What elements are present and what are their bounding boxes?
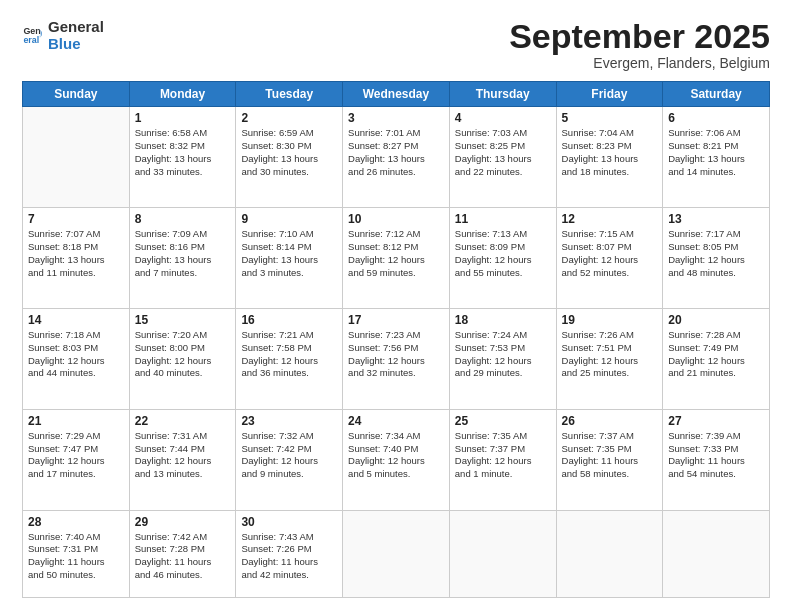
day-info: Sunrise: 7:29 AM Sunset: 7:47 PM Dayligh… bbox=[28, 430, 124, 481]
day-number: 16 bbox=[241, 313, 337, 327]
day-number: 9 bbox=[241, 212, 337, 226]
svg-text:eral: eral bbox=[23, 35, 39, 45]
calendar-cell: 21Sunrise: 7:29 AM Sunset: 7:47 PM Dayli… bbox=[23, 409, 130, 510]
day-info: Sunrise: 7:42 AM Sunset: 7:28 PM Dayligh… bbox=[135, 531, 231, 582]
day-info: Sunrise: 7:18 AM Sunset: 8:03 PM Dayligh… bbox=[28, 329, 124, 380]
day-number: 1 bbox=[135, 111, 231, 125]
day-info: Sunrise: 7:34 AM Sunset: 7:40 PM Dayligh… bbox=[348, 430, 444, 481]
calendar-cell: 9Sunrise: 7:10 AM Sunset: 8:14 PM Daylig… bbox=[236, 208, 343, 309]
logo-icon: Gen eral bbox=[22, 24, 44, 46]
calendar-cell: 10Sunrise: 7:12 AM Sunset: 8:12 PM Dayli… bbox=[343, 208, 450, 309]
calendar-cell: 24Sunrise: 7:34 AM Sunset: 7:40 PM Dayli… bbox=[343, 409, 450, 510]
day-info: Sunrise: 7:26 AM Sunset: 7:51 PM Dayligh… bbox=[562, 329, 658, 380]
day-info: Sunrise: 7:20 AM Sunset: 8:00 PM Dayligh… bbox=[135, 329, 231, 380]
calendar-cell: 7Sunrise: 7:07 AM Sunset: 8:18 PM Daylig… bbox=[23, 208, 130, 309]
calendar-cell: 23Sunrise: 7:32 AM Sunset: 7:42 PM Dayli… bbox=[236, 409, 343, 510]
day-number: 2 bbox=[241, 111, 337, 125]
day-info: Sunrise: 7:43 AM Sunset: 7:26 PM Dayligh… bbox=[241, 531, 337, 582]
day-number: 29 bbox=[135, 515, 231, 529]
logo: Gen eral General Blue bbox=[22, 18, 104, 53]
day-info: Sunrise: 7:28 AM Sunset: 7:49 PM Dayligh… bbox=[668, 329, 764, 380]
logo-line2: Blue bbox=[48, 35, 104, 52]
day-info: Sunrise: 7:03 AM Sunset: 8:25 PM Dayligh… bbox=[455, 127, 551, 178]
day-info: Sunrise: 6:59 AM Sunset: 8:30 PM Dayligh… bbox=[241, 127, 337, 178]
calendar-header-row: SundayMondayTuesdayWednesdayThursdayFrid… bbox=[23, 82, 770, 107]
day-info: Sunrise: 7:32 AM Sunset: 7:42 PM Dayligh… bbox=[241, 430, 337, 481]
calendar-cell: 27Sunrise: 7:39 AM Sunset: 7:33 PM Dayli… bbox=[663, 409, 770, 510]
day-number: 27 bbox=[668, 414, 764, 428]
day-info: Sunrise: 7:07 AM Sunset: 8:18 PM Dayligh… bbox=[28, 228, 124, 279]
calendar-week-4: 21Sunrise: 7:29 AM Sunset: 7:47 PM Dayli… bbox=[23, 409, 770, 510]
day-number: 17 bbox=[348, 313, 444, 327]
calendar-week-5: 28Sunrise: 7:40 AM Sunset: 7:31 PM Dayli… bbox=[23, 510, 770, 597]
day-number: 25 bbox=[455, 414, 551, 428]
day-info: Sunrise: 7:12 AM Sunset: 8:12 PM Dayligh… bbox=[348, 228, 444, 279]
day-header-monday: Monday bbox=[129, 82, 236, 107]
calendar-cell: 11Sunrise: 7:13 AM Sunset: 8:09 PM Dayli… bbox=[449, 208, 556, 309]
day-header-thursday: Thursday bbox=[449, 82, 556, 107]
calendar-cell: 6Sunrise: 7:06 AM Sunset: 8:21 PM Daylig… bbox=[663, 107, 770, 208]
calendar-cell: 4Sunrise: 7:03 AM Sunset: 8:25 PM Daylig… bbox=[449, 107, 556, 208]
day-header-saturday: Saturday bbox=[663, 82, 770, 107]
day-number: 20 bbox=[668, 313, 764, 327]
day-info: Sunrise: 7:09 AM Sunset: 8:16 PM Dayligh… bbox=[135, 228, 231, 279]
day-info: Sunrise: 7:17 AM Sunset: 8:05 PM Dayligh… bbox=[668, 228, 764, 279]
calendar-cell: 3Sunrise: 7:01 AM Sunset: 8:27 PM Daylig… bbox=[343, 107, 450, 208]
day-info: Sunrise: 7:13 AM Sunset: 8:09 PM Dayligh… bbox=[455, 228, 551, 279]
day-info: Sunrise: 6:58 AM Sunset: 8:32 PM Dayligh… bbox=[135, 127, 231, 178]
calendar-cell: 5Sunrise: 7:04 AM Sunset: 8:23 PM Daylig… bbox=[556, 107, 663, 208]
calendar-cell: 28Sunrise: 7:40 AM Sunset: 7:31 PM Dayli… bbox=[23, 510, 130, 597]
calendar-cell bbox=[663, 510, 770, 597]
header: Gen eral General Blue September 2025 Eve… bbox=[22, 18, 770, 71]
calendar-cell bbox=[23, 107, 130, 208]
day-number: 26 bbox=[562, 414, 658, 428]
calendar-cell: 2Sunrise: 6:59 AM Sunset: 8:30 PM Daylig… bbox=[236, 107, 343, 208]
day-number: 19 bbox=[562, 313, 658, 327]
day-header-friday: Friday bbox=[556, 82, 663, 107]
day-number: 3 bbox=[348, 111, 444, 125]
day-info: Sunrise: 7:23 AM Sunset: 7:56 PM Dayligh… bbox=[348, 329, 444, 380]
day-info: Sunrise: 7:21 AM Sunset: 7:58 PM Dayligh… bbox=[241, 329, 337, 380]
calendar-cell: 12Sunrise: 7:15 AM Sunset: 8:07 PM Dayli… bbox=[556, 208, 663, 309]
calendar-cell: 1Sunrise: 6:58 AM Sunset: 8:32 PM Daylig… bbox=[129, 107, 236, 208]
calendar-cell: 13Sunrise: 7:17 AM Sunset: 8:05 PM Dayli… bbox=[663, 208, 770, 309]
logo-line1: General bbox=[48, 18, 104, 35]
calendar-cell bbox=[449, 510, 556, 597]
day-header-wednesday: Wednesday bbox=[343, 82, 450, 107]
calendar-cell: 26Sunrise: 7:37 AM Sunset: 7:35 PM Dayli… bbox=[556, 409, 663, 510]
calendar-table: SundayMondayTuesdayWednesdayThursdayFrid… bbox=[22, 81, 770, 598]
day-number: 28 bbox=[28, 515, 124, 529]
day-info: Sunrise: 7:35 AM Sunset: 7:37 PM Dayligh… bbox=[455, 430, 551, 481]
day-number: 13 bbox=[668, 212, 764, 226]
day-info: Sunrise: 7:01 AM Sunset: 8:27 PM Dayligh… bbox=[348, 127, 444, 178]
day-number: 18 bbox=[455, 313, 551, 327]
day-info: Sunrise: 7:06 AM Sunset: 8:21 PM Dayligh… bbox=[668, 127, 764, 178]
day-number: 12 bbox=[562, 212, 658, 226]
day-info: Sunrise: 7:15 AM Sunset: 8:07 PM Dayligh… bbox=[562, 228, 658, 279]
calendar-cell: 18Sunrise: 7:24 AM Sunset: 7:53 PM Dayli… bbox=[449, 309, 556, 410]
day-number: 22 bbox=[135, 414, 231, 428]
day-number: 10 bbox=[348, 212, 444, 226]
calendar-cell: 16Sunrise: 7:21 AM Sunset: 7:58 PM Dayli… bbox=[236, 309, 343, 410]
day-info: Sunrise: 7:10 AM Sunset: 8:14 PM Dayligh… bbox=[241, 228, 337, 279]
day-number: 15 bbox=[135, 313, 231, 327]
calendar-cell: 14Sunrise: 7:18 AM Sunset: 8:03 PM Dayli… bbox=[23, 309, 130, 410]
day-number: 30 bbox=[241, 515, 337, 529]
calendar-cell: 25Sunrise: 7:35 AM Sunset: 7:37 PM Dayli… bbox=[449, 409, 556, 510]
calendar-cell: 19Sunrise: 7:26 AM Sunset: 7:51 PM Dayli… bbox=[556, 309, 663, 410]
day-number: 7 bbox=[28, 212, 124, 226]
calendar-cell: 22Sunrise: 7:31 AM Sunset: 7:44 PM Dayli… bbox=[129, 409, 236, 510]
calendar-cell: 15Sunrise: 7:20 AM Sunset: 8:00 PM Dayli… bbox=[129, 309, 236, 410]
day-info: Sunrise: 7:24 AM Sunset: 7:53 PM Dayligh… bbox=[455, 329, 551, 380]
calendar-cell: 17Sunrise: 7:23 AM Sunset: 7:56 PM Dayli… bbox=[343, 309, 450, 410]
day-info: Sunrise: 7:40 AM Sunset: 7:31 PM Dayligh… bbox=[28, 531, 124, 582]
calendar-week-2: 7Sunrise: 7:07 AM Sunset: 8:18 PM Daylig… bbox=[23, 208, 770, 309]
calendar-cell: 29Sunrise: 7:42 AM Sunset: 7:28 PM Dayli… bbox=[129, 510, 236, 597]
day-number: 5 bbox=[562, 111, 658, 125]
day-number: 21 bbox=[28, 414, 124, 428]
calendar-cell: 20Sunrise: 7:28 AM Sunset: 7:49 PM Dayli… bbox=[663, 309, 770, 410]
day-number: 14 bbox=[28, 313, 124, 327]
day-number: 24 bbox=[348, 414, 444, 428]
day-header-sunday: Sunday bbox=[23, 82, 130, 107]
day-number: 23 bbox=[241, 414, 337, 428]
